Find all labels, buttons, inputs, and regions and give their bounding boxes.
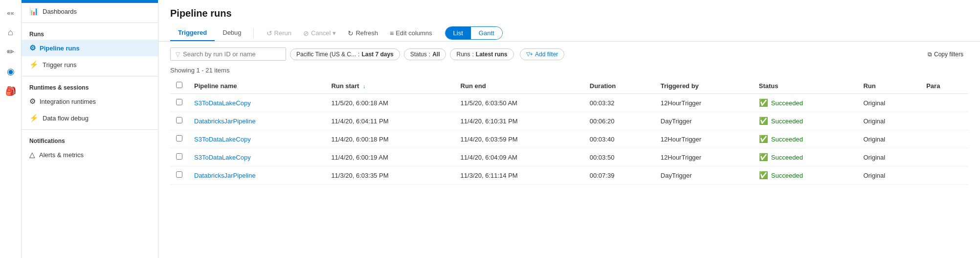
- row-status: ✅ Succeeded: [753, 130, 858, 148]
- sidebar-item-trigger-runs[interactable]: ⚡ Trigger runs: [22, 56, 158, 73]
- row-checkbox[interactable]: [176, 153, 182, 160]
- rerun-icon: ↺: [267, 29, 272, 37]
- divider-1: [22, 23, 158, 23]
- nav-expand[interactable]: ««: [2, 4, 20, 22]
- tab-debug[interactable]: Debug: [215, 25, 249, 41]
- row-checkbox-cell: [170, 130, 188, 148]
- row-triggered-by: 12HourTrigger: [655, 94, 753, 112]
- row-triggered-by: 12HourTrigger: [655, 148, 753, 166]
- cancel-chevron-icon: ▾: [333, 29, 336, 37]
- row-checkbox-cell: [170, 166, 188, 185]
- nav-pencil[interactable]: ✏: [2, 43, 20, 61]
- status-filter-pill[interactable]: Status : All: [404, 48, 446, 60]
- nav-home[interactable]: ⌂: [2, 23, 20, 41]
- row-run-end: 11/5/20, 6:03:50 AM: [455, 94, 584, 112]
- view-list-button[interactable]: List: [445, 27, 471, 39]
- pipeline-runs-icon: ⚙: [29, 44, 36, 52]
- pipeline-runs-label: Pipeline runs: [40, 45, 80, 52]
- toolbar-actions: ↺ Rerun ⊘ Cancel ▾ ↻ Refresh ≡ Edit colu…: [262, 26, 437, 40]
- header-status: Status: [753, 78, 858, 94]
- status-succeeded-icon: ✅: [759, 98, 768, 107]
- row-status: ✅ Succeeded: [753, 94, 858, 112]
- nav-monitor[interactable]: ◉: [2, 63, 20, 80]
- time-filter-value: Last 7 days: [361, 51, 393, 58]
- select-all-checkbox[interactable]: [176, 82, 182, 88]
- cancel-button[interactable]: ⊘ Cancel ▾: [298, 26, 341, 40]
- header-para: Para: [920, 78, 968, 94]
- main-header: Pipeline runs Triggered Debug ↺ Rerun ⊘ …: [158, 0, 980, 42]
- status-succeeded-icon: ✅: [759, 171, 768, 180]
- sidebar-item-integration-runtimes[interactable]: ⚙ Integration runtimes: [22, 93, 158, 110]
- sidebar-item-alerts-metrics[interactable]: △ Alerts & metrics: [22, 146, 158, 163]
- row-pipeline-name: S3ToDataLakeCopy: [188, 130, 325, 148]
- pipeline-name-link[interactable]: S3ToDataLakeCopy: [194, 136, 251, 143]
- row-run-start: 11/3/20, 6:03:35 PM: [325, 166, 454, 185]
- row-pipeline-name: S3ToDataLakeCopy: [188, 148, 325, 166]
- dashboards-label: Dashboards: [43, 8, 77, 15]
- divider-2: [22, 76, 158, 76]
- search-box[interactable]: ▽: [170, 47, 286, 61]
- sidebar-item-pipeline-runs[interactable]: ⚙ Pipeline runs: [22, 40, 158, 56]
- header-run: Run: [857, 78, 920, 94]
- row-run-type: Original: [857, 148, 920, 166]
- row-run-type: Original: [857, 112, 920, 130]
- status-filter-label: Status: [410, 51, 427, 58]
- alerts-metrics-icon: △: [29, 150, 35, 159]
- row-checkbox-cell: [170, 112, 188, 130]
- pipeline-name-link[interactable]: DatabricksJarPipeline: [194, 117, 256, 125]
- section-runs-label: Runs: [22, 26, 158, 40]
- header-triggered-by: Triggered by: [655, 78, 753, 94]
- refresh-icon: ↻: [348, 29, 354, 37]
- pipeline-name-link[interactable]: S3ToDataLakeCopy: [194, 99, 251, 107]
- table-row: S3ToDataLakeCopy 11/4/20, 6:00:19 AM 11/…: [170, 148, 968, 166]
- status-succeeded-icon: ✅: [759, 135, 768, 143]
- row-duration: 00:03:32: [584, 94, 655, 112]
- tab-triggered[interactable]: Triggered: [170, 25, 215, 41]
- alerts-metrics-label: Alerts & metrics: [39, 151, 84, 159]
- row-duration: 00:03:50: [584, 148, 655, 166]
- items-count: Showing 1 - 21 items: [158, 67, 980, 78]
- add-filter-label: Add filter: [535, 51, 558, 58]
- header-duration: Duration: [584, 78, 655, 94]
- row-checkbox[interactable]: [176, 135, 182, 141]
- row-duration: 00:07:39: [584, 166, 655, 185]
- status-label: Succeeded: [771, 154, 803, 161]
- copy-filters-button[interactable]: ⧉ Copy filters: [923, 48, 968, 60]
- pipeline-name-link[interactable]: S3ToDataLakeCopy: [194, 154, 251, 161]
- row-checkbox[interactable]: [176, 117, 182, 123]
- run-start-sort-icon[interactable]: ↓: [363, 83, 366, 89]
- row-triggered-by: DayTrigger: [655, 112, 753, 130]
- runs-filter-pill[interactable]: Runs : Latest runs: [450, 48, 513, 60]
- status-succeeded-icon: ✅: [759, 117, 768, 125]
- row-status: ✅ Succeeded: [753, 112, 858, 130]
- sidebar-item-dashboards[interactable]: 📊 Pipeline runs Dashboards: [22, 3, 158, 20]
- header-run-start: Run start ↓: [325, 78, 454, 94]
- nav-bag[interactable]: 🎒: [2, 82, 20, 100]
- pipeline-name-link[interactable]: DatabricksJarPipeline: [194, 172, 256, 179]
- view-toggle: List Gantt: [445, 26, 503, 40]
- row-run-start: 11/4/20, 6:00:18 PM: [325, 130, 454, 148]
- sidebar-item-data-flow-debug[interactable]: ⚡ Data flow debug: [22, 110, 158, 126]
- rerun-button[interactable]: ↺ Rerun: [262, 26, 296, 40]
- time-filter-pill[interactable]: Pacific Time (US & C... : Last 7 days: [290, 48, 400, 60]
- row-para: [920, 166, 968, 185]
- row-status: ✅ Succeeded: [753, 148, 858, 166]
- row-run-end: 11/4/20, 6:04:09 AM: [455, 148, 584, 166]
- integration-runtimes-icon: ⚙: [29, 97, 36, 106]
- row-checkbox[interactable]: [176, 171, 182, 178]
- row-run-type: Original: [857, 94, 920, 112]
- row-run-start: 11/4/20, 6:00:19 AM: [325, 148, 454, 166]
- dashboards-icon: 📊: [29, 7, 39, 16]
- view-gantt-button[interactable]: Gantt: [471, 27, 502, 39]
- add-filter-button[interactable]: ▽+ Add filter: [520, 48, 565, 60]
- status-label: Succeeded: [771, 117, 803, 125]
- search-input[interactable]: [183, 50, 281, 58]
- row-run-start: 11/4/20, 6:04:11 PM: [325, 112, 454, 130]
- refresh-button[interactable]: ↻ Refresh: [343, 26, 383, 40]
- row-duration: 00:06:20: [584, 112, 655, 130]
- row-checkbox[interactable]: [176, 99, 182, 105]
- runs-filter-label: Runs: [456, 51, 470, 58]
- table-row: S3ToDataLakeCopy 11/4/20, 6:00:18 PM 11/…: [170, 130, 968, 148]
- table-wrapper: Pipeline name Run start ↓ Run end Durati…: [158, 78, 980, 258]
- edit-columns-button[interactable]: ≡ Edit columns: [385, 26, 437, 40]
